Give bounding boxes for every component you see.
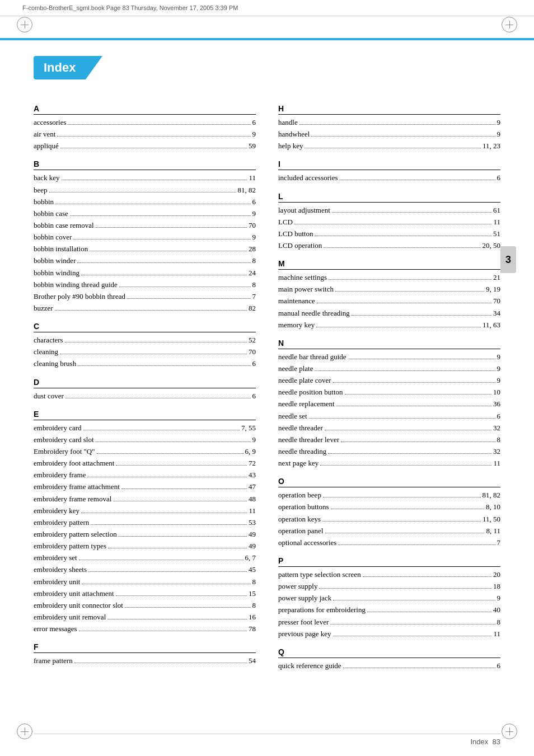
entry-page: 9: [252, 129, 256, 140]
entry-page: 47: [249, 481, 256, 492]
entry-term: appliqué: [34, 140, 59, 152]
entry-term: embroidery pattern selection: [34, 529, 117, 540]
entry-term: embroidery pattern: [34, 517, 89, 528]
entry-dots: [82, 584, 250, 584]
entry-dots: [305, 148, 481, 148]
entry-page: 15: [249, 588, 256, 599]
entry-page: 43: [249, 469, 256, 481]
entry-dots: [317, 303, 491, 303]
entry-page: 6, 9: [245, 446, 256, 457]
entry-term: cleaning brush: [34, 358, 76, 369]
entry-term: embroidery set: [34, 552, 77, 564]
entry-dots: [316, 327, 481, 327]
right-column: Hhandle9handwheel9help key11, 23Iinclude…: [278, 96, 500, 672]
entry-dots: [328, 453, 491, 454]
entry-dots: [333, 600, 495, 600]
entry-term: dust cover: [34, 391, 64, 402]
section-letter-h: H: [278, 104, 500, 115]
entry-term: needle threader lever: [278, 434, 339, 445]
entry-page: 53: [249, 517, 256, 528]
entry-term: frame pattern: [34, 655, 73, 666]
index-entry: operation keys11, 50: [278, 514, 500, 525]
entry-dots: [68, 124, 250, 125]
index-entry: bobbin cover9: [34, 232, 256, 243]
entry-term: embroidery foot attachment: [34, 458, 114, 469]
entry-page: 70: [493, 295, 500, 307]
index-entry: main power switch9, 19: [278, 284, 500, 295]
entry-page: 7: [252, 291, 256, 302]
index-entry: needle bar thread guide9: [278, 351, 500, 363]
index-entry: embroidery unit connector slot8: [34, 600, 256, 611]
entry-dots: [125, 607, 251, 608]
entry-dots: [333, 636, 492, 636]
entry-term: main power switch: [278, 284, 334, 295]
entry-term: handle: [278, 117, 298, 128]
entry-dots: [65, 342, 247, 342]
entry-term: handwheel: [278, 129, 310, 140]
entry-dots: [329, 279, 491, 280]
entry-dots: [60, 148, 247, 148]
entry-page: 16: [249, 612, 256, 623]
entry-term: embroidery key: [34, 505, 79, 516]
entry-term: embroidery frame: [34, 469, 86, 481]
index-entry: bobbin winder8: [34, 255, 256, 266]
entry-dots: [352, 315, 491, 316]
blue-accent-bar: [0, 38, 534, 40]
index-entry: appliqué59: [34, 140, 256, 152]
entry-dots: [108, 548, 247, 548]
entry-page: 9: [252, 434, 256, 445]
index-entry: accessories6: [34, 117, 256, 128]
index-entry: error messages78: [34, 623, 256, 635]
entry-dots: [339, 180, 495, 180]
index-entry: presser foot lever8: [278, 617, 500, 628]
section-letter-q: Q: [278, 647, 500, 658]
entry-term: embroidery sheets: [34, 564, 87, 575]
entry-dots: [87, 477, 247, 477]
index-entry: needle threading32: [278, 446, 500, 457]
entry-page: 49: [249, 541, 256, 552]
entry-dots: [324, 247, 480, 248]
entry-dots: [81, 513, 247, 513]
entry-term: Embroidery foot "Q": [34, 446, 95, 457]
index-entry: maintenance70: [278, 295, 500, 307]
entry-page: 70: [249, 346, 256, 358]
index-entry: bobbin case9: [34, 208, 256, 219]
index-entry: needle plate cover9: [278, 375, 500, 386]
entry-page: 8: [497, 617, 501, 628]
index-entry: operation buttons8, 10: [278, 501, 500, 513]
entry-page: 36: [493, 398, 500, 410]
entry-dots: [60, 354, 247, 354]
entry-dots: [96, 227, 247, 228]
index-entry: needle replacement36: [278, 398, 500, 410]
entry-dots: [345, 394, 491, 395]
index-entry: LCD operation20, 50: [278, 240, 500, 251]
index-entry: embroidery pattern53: [34, 517, 256, 528]
section-letter-c: C: [34, 322, 256, 332]
entry-term: bobbin installation: [34, 243, 88, 255]
index-title: Index: [34, 56, 86, 79]
entry-page: 59: [249, 140, 256, 152]
index-entry: frame pattern54: [34, 655, 256, 666]
entry-term: bobbin winding thread guide: [34, 279, 118, 290]
index-entry: air vent9: [34, 129, 256, 140]
entry-dots: [323, 497, 481, 497]
entry-page: 9: [252, 208, 256, 219]
entry-term: help key: [278, 140, 303, 152]
entry-dots: [127, 298, 251, 299]
entry-term: machine settings: [278, 272, 327, 283]
entry-dots: [55, 204, 250, 204]
index-entry: beep81, 82: [34, 185, 256, 196]
index-entry: bobbin installation28: [34, 243, 256, 255]
entry-page: 11, 63: [483, 320, 500, 331]
index-entry: cleaning brush6: [34, 358, 256, 369]
entry-term: embroidery unit attachment: [34, 588, 114, 599]
index-entry: bobbin case removal70: [34, 220, 256, 231]
entry-dots: [55, 310, 247, 311]
entry-page: 81, 82: [483, 490, 501, 501]
entry-page: 11, 50: [483, 514, 500, 525]
entry-dots: [348, 359, 495, 359]
entry-dots: [57, 136, 250, 137]
entry-dots: [65, 398, 251, 398]
entry-page: 32: [493, 446, 500, 457]
index-entry: operation beep81, 82: [278, 490, 500, 501]
